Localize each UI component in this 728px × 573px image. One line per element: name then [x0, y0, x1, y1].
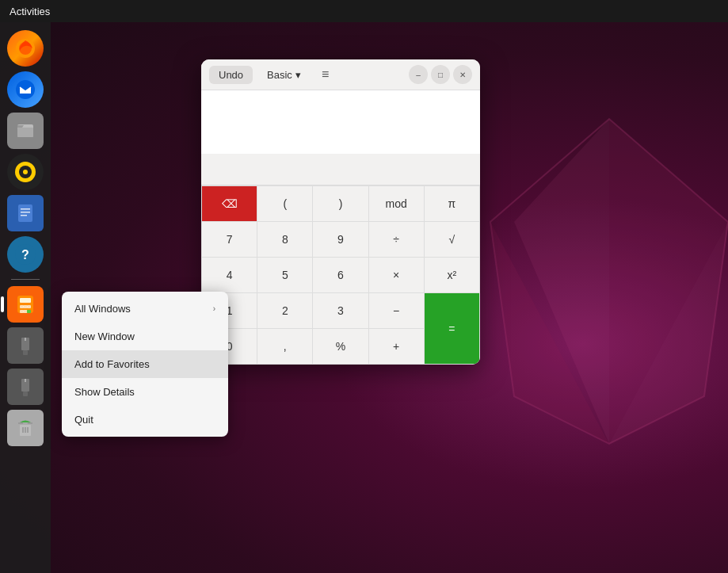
chevron-right-icon: ›: [213, 304, 215, 313]
svg-rect-22: [24, 305, 28, 308]
svg-rect-28: [23, 350, 28, 355]
calculator-window: Undo Basic ▾ ≡ – □ ✕ ⌫ ( ) mod π 7 8 9 ÷…: [201, 59, 480, 365]
key-3[interactable]: 3: [313, 293, 368, 328]
context-menu-item-new-window-label: New Window: [74, 330, 135, 342]
svg-rect-9: [17, 128, 33, 137]
dock-icon-firefox[interactable]: [7, 30, 44, 67]
key-squared[interactable]: x²: [425, 258, 479, 292]
key-9[interactable]: 9: [313, 222, 368, 257]
key-7[interactable]: 7: [202, 222, 257, 257]
svg-rect-31: [23, 392, 28, 396]
context-menu-item-all-windows-label: All Windows: [74, 303, 131, 315]
svg-rect-29: [25, 338, 26, 341]
svg-text:?: ?: [21, 248, 29, 262]
key-equals[interactable]: =: [425, 293, 479, 364]
key-8[interactable]: 8: [257, 222, 312, 257]
key-add[interactable]: +: [369, 329, 424, 364]
calc-display-primary: [201, 90, 480, 154]
mode-chevron-icon: ▾: [295, 69, 301, 81]
key-backspace[interactable]: ⌫: [202, 186, 257, 221]
minimize-button[interactable]: –: [409, 65, 428, 84]
mode-button[interactable]: Basic ▾: [259, 66, 309, 84]
dock-icon-rhythmbox[interactable]: [7, 154, 44, 190]
dock-icon-calculator[interactable]: [7, 286, 44, 323]
svg-rect-21: [20, 305, 24, 308]
context-menu-item-add-favorites[interactable]: Add to Favorites: [62, 350, 228, 378]
svg-rect-16: [21, 215, 27, 216]
calc-keypad: ⌫ ( ) mod π 7 8 9 ÷ √ 4 5 6 × x² 1 2 3 −…: [201, 185, 480, 365]
mode-label: Basic: [267, 69, 292, 81]
undo-button[interactable]: Undo: [209, 66, 253, 84]
svg-point-7: [16, 80, 35, 99]
dock-icon-usb1[interactable]: [7, 327, 44, 364]
maximize-button[interactable]: □: [431, 65, 450, 84]
key-2[interactable]: 2: [257, 293, 312, 328]
svg-point-12: [23, 170, 28, 174]
activities-button[interactable]: Activities: [10, 6, 50, 17]
calc-display-secondary: [201, 154, 480, 185]
window-controls: – □ ✕: [409, 65, 472, 84]
dock-icon-files[interactable]: [7, 113, 44, 149]
key-subtract[interactable]: −: [369, 293, 424, 328]
key-multiply[interactable]: ×: [369, 258, 424, 292]
context-menu-item-all-windows[interactable]: All Windows ›: [62, 295, 228, 323]
svg-rect-24: [20, 310, 24, 313]
context-menu: All Windows › New Window Add to Favorite…: [62, 292, 228, 437]
svg-rect-14: [21, 208, 30, 210]
dock-icon-usb2[interactable]: [7, 369, 44, 405]
dock-icon-trash[interactable]: [7, 410, 44, 446]
key-sqrt[interactable]: √: [425, 222, 479, 257]
svg-rect-20: [20, 298, 31, 303]
key-4[interactable]: 4: [202, 258, 257, 292]
dock-separator: [11, 279, 40, 280]
svg-rect-32: [25, 379, 26, 382]
key-mod[interactable]: mod: [369, 186, 424, 221]
menu-button[interactable]: ≡: [315, 64, 335, 85]
key-divide[interactable]: ÷: [369, 222, 424, 257]
key-comma[interactable]: ,: [257, 329, 312, 364]
svg-rect-13: [18, 204, 32, 222]
context-menu-item-quit[interactable]: Quit: [62, 406, 228, 434]
context-menu-item-quit-label: Quit: [74, 414, 93, 426]
calc-titlebar: Undo Basic ▾ ≡ – □ ✕: [201, 59, 480, 90]
topbar: Activities: [0, 0, 728, 22]
key-6[interactable]: 6: [313, 258, 368, 292]
svg-rect-25: [24, 310, 28, 313]
svg-rect-23: [27, 305, 31, 308]
key-percent[interactable]: %: [313, 329, 368, 364]
gem-decoration: [451, 79, 728, 476]
dock-icon-thunderbird[interactable]: [7, 71, 44, 108]
svg-rect-15: [21, 212, 30, 213]
context-menu-item-new-window[interactable]: New Window: [62, 323, 228, 350]
key-close-paren[interactable]: ): [313, 186, 368, 221]
dock: ?: [0, 22, 51, 573]
key-5[interactable]: 5: [257, 258, 312, 292]
close-button[interactable]: ✕: [453, 65, 472, 84]
dock-icon-writer[interactable]: [7, 195, 44, 231]
context-menu-item-show-details[interactable]: Show Details: [62, 378, 228, 406]
key-pi[interactable]: π: [425, 186, 479, 221]
svg-rect-26: [27, 310, 31, 313]
context-menu-item-add-favorites-label: Add to Favorites: [74, 358, 150, 370]
key-open-paren[interactable]: (: [257, 186, 312, 221]
dock-icon-help[interactable]: ?: [7, 236, 44, 273]
context-menu-item-show-details-label: Show Details: [74, 386, 135, 398]
